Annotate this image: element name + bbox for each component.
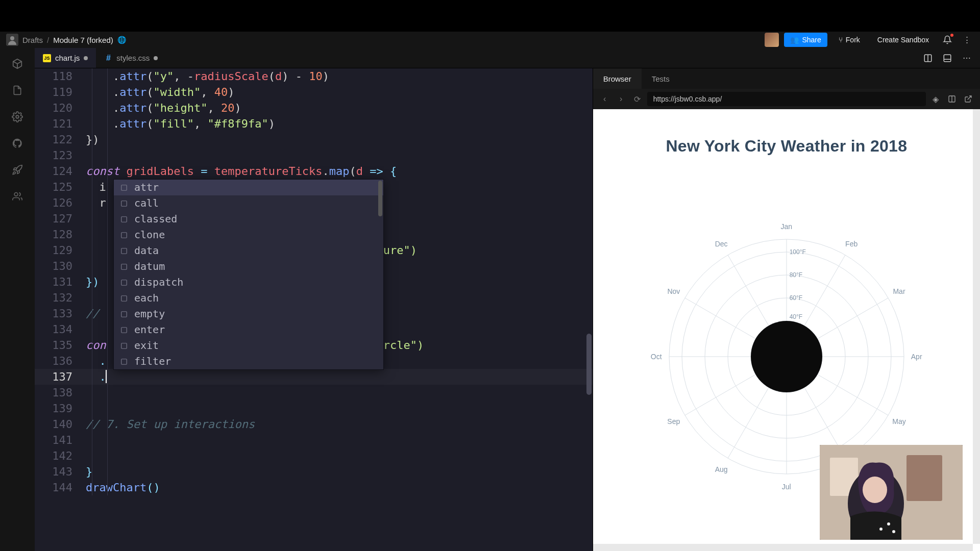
ac-item-datum[interactable]: datum <box>114 259 383 274</box>
github-icon[interactable] <box>11 137 24 150</box>
svg-point-1 <box>10 36 14 40</box>
line-gutter: 1181191201211221231241251261271281291301… <box>35 68 81 495</box>
explorer-icon[interactable] <box>11 84 24 97</box>
topbar: Drafts / Module 7 (forked) 🌐 👥 Share ⑂ F… <box>0 32 980 48</box>
method-icon <box>119 341 129 351</box>
ac-item-enter[interactable]: enter <box>114 322 383 338</box>
fork-button[interactable]: ⑂ Fork <box>832 33 866 47</box>
svg-rect-15 <box>121 295 127 301</box>
ac-item-empty[interactable]: empty <box>114 306 383 322</box>
svg-rect-14 <box>121 280 127 285</box>
url-input[interactable] <box>647 92 926 106</box>
method-icon <box>119 214 129 224</box>
split-preview-icon[interactable] <box>945 92 959 106</box>
month-label-jul: Jul <box>782 483 791 491</box>
ac-label: classed <box>134 211 177 227</box>
tab-chart-js[interactable]: JS chart.js <box>35 48 96 68</box>
svg-rect-13 <box>121 264 127 269</box>
js-file-icon: JS <box>43 54 51 62</box>
ac-item-clone[interactable]: clone <box>114 227 383 243</box>
more-menu-button[interactable]: ⋮ <box>960 33 974 47</box>
preview-iframe[interactable]: New York City Weather in 2018 JanFebMarA… <box>593 109 980 551</box>
ac-label: dispatch <box>134 274 183 290</box>
nav-back-button[interactable]: ‹ <box>598 92 611 106</box>
nav-reload-button[interactable]: ⟳ <box>631 92 644 106</box>
fork-label: Fork <box>846 36 860 44</box>
svg-rect-40 <box>906 455 942 501</box>
ac-item-call[interactable]: call <box>114 195 383 211</box>
ac-label: attr <box>134 180 159 195</box>
breadcrumb-root[interactable]: Drafts <box>22 36 43 44</box>
ac-item-data[interactable]: data <box>114 243 383 259</box>
panel-toggle-button[interactable] <box>940 51 954 65</box>
ac-item-attr[interactable]: attr <box>114 180 383 195</box>
svg-rect-11 <box>121 232 127 238</box>
deploy-icon[interactable] <box>11 163 24 177</box>
ac-label: datum <box>134 259 165 274</box>
share-button[interactable]: 👥 Share <box>784 33 827 47</box>
svg-point-47 <box>892 530 895 533</box>
preview-v-scrollbar[interactable] <box>973 109 980 544</box>
month-label-sep: Sep <box>667 417 680 425</box>
tab-label: styles.css <box>116 54 150 62</box>
method-icon <box>119 183 129 193</box>
autocomplete-popup[interactable]: attrcallclassedclonedatadatumdispatcheac… <box>113 179 384 370</box>
method-icon <box>119 293 129 304</box>
ac-label: data <box>134 243 159 259</box>
share-icon: 👥 <box>790 36 799 44</box>
preview-h-scrollbar[interactable] <box>593 544 973 551</box>
method-icon <box>119 262 129 272</box>
notifications-button[interactable] <box>940 33 954 47</box>
ac-item-exit[interactable]: exit <box>114 338 383 354</box>
month-label-aug: Aug <box>715 465 728 473</box>
tab-styles-css[interactable]: # styles.css <box>96 48 166 68</box>
css-file-icon: # <box>104 54 112 62</box>
nav-forward-button[interactable]: › <box>615 92 628 106</box>
fork-icon: ⑂ <box>839 36 843 44</box>
month-label-apr: Apr <box>911 353 922 361</box>
ac-label: each <box>134 290 159 306</box>
chart-title: New York City Weather in 2018 <box>593 137 980 156</box>
editor-tabbar: JS chart.js # styles.css ⋯ <box>35 48 980 68</box>
workspace-avatar[interactable] <box>6 34 18 46</box>
svg-point-3 <box>14 193 18 196</box>
ac-label: enter <box>134 322 165 338</box>
code-editor[interactable]: 1181191201211221231241251261271281291301… <box>35 68 593 551</box>
activity-sidebar <box>0 48 35 551</box>
ac-label: exit <box>134 338 159 354</box>
autocomplete-scrollbar[interactable] <box>378 181 382 216</box>
tab-tests[interactable]: Tests <box>642 68 680 89</box>
month-label-jan: Jan <box>780 222 792 231</box>
open-external-icon[interactable] <box>962 92 975 106</box>
share-label: Share <box>802 36 821 44</box>
ac-item-filter[interactable]: filter <box>114 354 383 369</box>
align-icon[interactable]: ◈ <box>929 92 942 106</box>
editor-scrollbar-thumb[interactable] <box>586 334 592 395</box>
user-avatar[interactable] <box>765 33 779 47</box>
svg-rect-19 <box>121 359 127 364</box>
svg-rect-18 <box>121 343 127 348</box>
month-label-nov: Nov <box>667 287 680 295</box>
preview-tabs: Browser Tests <box>593 68 980 89</box>
preview-panel: Browser Tests ‹ › ⟳ ◈ New York City Weat… <box>593 68 980 551</box>
settings-icon[interactable] <box>11 110 24 123</box>
ac-item-classed[interactable]: classed <box>114 211 383 227</box>
svg-rect-6 <box>944 55 951 62</box>
tab-browser[interactable]: Browser <box>593 68 642 89</box>
live-icon[interactable] <box>11 190 24 203</box>
ac-item-dispatch[interactable]: dispatch <box>114 274 383 290</box>
method-icon <box>119 246 129 256</box>
svg-point-45 <box>887 522 890 525</box>
breadcrumb-current[interactable]: Module 7 (forked) <box>53 36 113 44</box>
dirty-indicator-icon <box>154 56 158 60</box>
ac-item-each[interactable]: each <box>114 290 383 306</box>
svg-rect-8 <box>121 185 127 190</box>
layout-toggle-button[interactable] <box>921 51 935 65</box>
method-icon <box>119 357 129 367</box>
sandbox-icon[interactable] <box>11 57 24 70</box>
method-icon <box>119 198 129 209</box>
create-sandbox-button[interactable]: Create Sandbox <box>871 33 935 47</box>
editor-more-button[interactable]: ⋯ <box>960 51 974 65</box>
month-label-feb: Feb <box>845 240 857 248</box>
method-icon <box>119 278 129 288</box>
